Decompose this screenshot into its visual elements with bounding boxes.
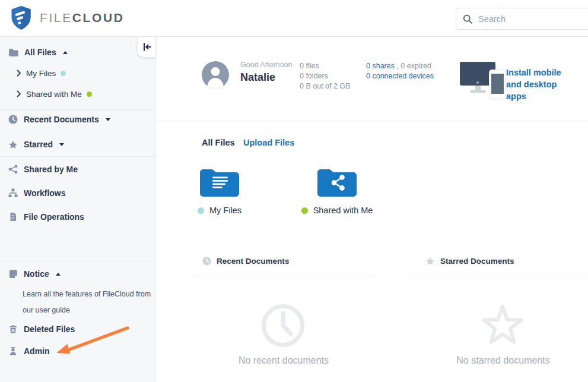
sidebar-item-notice[interactable]: Notice bbox=[8, 267, 61, 280]
share-stats: 0 shares , 0 expired 0 connected devices bbox=[366, 61, 434, 81]
sidebar-item-label: Workflows bbox=[24, 188, 66, 198]
folder-icon bbox=[8, 48, 18, 57]
sidebar-item-deleted-files[interactable]: Deleted Files bbox=[8, 323, 75, 336]
sidebar-item-starred[interactable]: Starred bbox=[8, 138, 64, 151]
phone-icon bbox=[490, 70, 506, 99]
sidebar-item-label: Notice bbox=[24, 269, 49, 279]
connected-devices-link[interactable]: 0 connected devices bbox=[366, 72, 434, 80]
sidebar-item-label: Shared by Me bbox=[24, 165, 78, 174]
filecloud-app: FILECLOUD All Files bbox=[0, 0, 588, 382]
admin-user-icon bbox=[8, 346, 18, 356]
tile-my-files[interactable]: My Files bbox=[178, 167, 261, 215]
user-avatar-icon bbox=[202, 61, 229, 89]
usage-stats: 0 files 0 folders 0 B out of 2 GB bbox=[300, 61, 350, 91]
recent-documents-header: Recent Documents bbox=[202, 257, 289, 266]
collapse-left-icon bbox=[142, 42, 152, 52]
monitor-base bbox=[470, 90, 486, 93]
sidebar-item-label: Admin bbox=[24, 346, 50, 356]
sidebar-item-shared-with-me[interactable]: Shared with Me bbox=[17, 87, 92, 100]
shared-with-me-status-dot bbox=[87, 91, 92, 97]
shared-with-me-status-dot bbox=[301, 207, 308, 214]
document-icon bbox=[8, 212, 18, 222]
sidebar-item-file-operations[interactable]: File Operations bbox=[8, 210, 84, 223]
tab-all-files[interactable]: All Files bbox=[202, 138, 235, 147]
tile-label: Shared with Me bbox=[301, 206, 373, 215]
expired-count: , 0 expired bbox=[395, 62, 431, 70]
filecloud-shield-icon bbox=[10, 5, 32, 30]
notice-body: Learn all the features of FileCloud from… bbox=[23, 286, 153, 318]
shares-row: 0 shares , 0 expired bbox=[366, 61, 434, 71]
sidebar-item-admin[interactable]: Admin bbox=[8, 345, 50, 358]
folder-list-icon bbox=[199, 167, 240, 197]
chevron-right-icon bbox=[17, 70, 21, 77]
star-icon bbox=[8, 140, 18, 149]
chevron-right-icon bbox=[17, 90, 21, 97]
star-icon bbox=[425, 257, 435, 266]
user-name: Natalie bbox=[240, 71, 293, 84]
tile-label-text: My Files bbox=[209, 206, 241, 215]
sidebar-item-label: File Operations bbox=[24, 212, 84, 222]
sidebar-divider bbox=[0, 261, 155, 261]
sidebar-divider bbox=[0, 156, 155, 157]
avatar[interactable] bbox=[202, 61, 229, 89]
devices-row: 0 connected devices bbox=[366, 71, 434, 81]
sidebar-item-my-files[interactable]: My Files bbox=[17, 67, 66, 80]
caret-up-icon bbox=[56, 273, 61, 276]
caret-up-icon bbox=[63, 51, 68, 54]
trash-icon bbox=[8, 324, 18, 334]
starred-documents-header: Starred Documents bbox=[425, 257, 514, 266]
my-files-status-dot bbox=[61, 71, 66, 76]
filecloud-logo[interactable]: FILECLOUD bbox=[10, 5, 124, 30]
brand-file-text: FILE bbox=[40, 11, 72, 24]
clock-icon bbox=[202, 257, 211, 266]
greeting-text: Good Afternoon bbox=[240, 61, 293, 69]
sidebar-item-label: All Files bbox=[24, 48, 56, 57]
workflow-icon bbox=[8, 188, 18, 198]
folder-share-icon bbox=[316, 167, 358, 197]
sidebar-collapse-button[interactable] bbox=[138, 37, 155, 57]
clock-icon bbox=[8, 115, 18, 124]
brand-wordmark: FILECLOUD bbox=[40, 11, 124, 25]
notice-text-line: Learn all the features of FileCloud from bbox=[23, 286, 153, 302]
greeting-block: Good Afternoon Natalie bbox=[240, 61, 293, 84]
folders-count: 0 folders bbox=[300, 71, 350, 81]
empty-starred-message: No starred documents bbox=[456, 355, 549, 366]
share-icon bbox=[8, 165, 18, 174]
sidebar-item-all-files[interactable]: All Files bbox=[8, 46, 68, 59]
search-input[interactable] bbox=[478, 14, 588, 24]
main-content: Good Afternoon Natalie 0 files 0 folders… bbox=[156, 37, 588, 382]
section-divider bbox=[192, 276, 377, 276]
sidebar-item-label: Starred bbox=[24, 140, 53, 149]
sidebar-item-workflows[interactable]: Workflows bbox=[8, 187, 66, 200]
monitor-stand bbox=[475, 86, 481, 90]
phone-screen bbox=[491, 74, 504, 94]
storage-usage: 0 B out of 2 GB bbox=[300, 81, 350, 91]
search-bar bbox=[456, 8, 588, 30]
sidebar-item-recent-documents[interactable]: Recent Documents bbox=[8, 113, 110, 126]
tab-upload-files[interactable]: Upload Files bbox=[243, 138, 294, 147]
sidebar-item-shared-by-me[interactable]: Shared by Me bbox=[8, 163, 78, 176]
monitor-button bbox=[476, 81, 479, 84]
empty-clock-icon bbox=[261, 304, 305, 348]
notice-text-line: our user guide bbox=[23, 302, 153, 318]
tile-label: My Files bbox=[198, 206, 241, 215]
profile-divider bbox=[156, 121, 588, 121]
shares-link[interactable]: 0 shares bbox=[366, 62, 395, 70]
app-header: FILECLOUD bbox=[0, 0, 588, 37]
sidebar-item-label: Shared with Me bbox=[26, 90, 82, 99]
sidebar-item-label: My Files bbox=[26, 69, 56, 78]
tile-shared-with-me[interactable]: Shared with Me bbox=[295, 167, 379, 215]
section-title: Starred Documents bbox=[440, 257, 514, 266]
devices-illustration bbox=[460, 59, 513, 102]
caret-down-icon bbox=[106, 118, 110, 121]
sidebar-item-label: Deleted Files bbox=[24, 324, 75, 334]
install-apps-link[interactable]: Install mobile and desktop apps bbox=[506, 67, 577, 102]
section-title: Recent Documents bbox=[217, 257, 289, 266]
section-divider bbox=[411, 276, 588, 276]
tile-label-text: Shared with Me bbox=[313, 206, 373, 215]
caret-down-icon bbox=[59, 143, 64, 146]
empty-star-icon bbox=[479, 302, 526, 347]
notice-icon bbox=[8, 269, 18, 279]
my-files-status-dot bbox=[198, 207, 204, 214]
sidebar-divider bbox=[0, 109, 155, 110]
